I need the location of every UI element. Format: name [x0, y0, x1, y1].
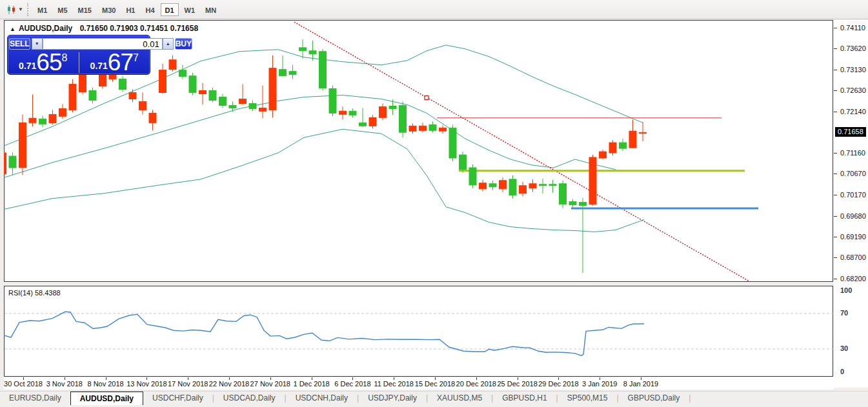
candle-body	[339, 111, 347, 114]
timeframe-button-h1[interactable]: H1	[121, 3, 139, 16]
candle-body	[359, 123, 367, 126]
timeframe-button-m1[interactable]: M1	[33, 3, 52, 16]
chart-tab-audusd[interactable]: AUDUSD,Daily	[70, 392, 143, 405]
price-tick-mark	[834, 195, 837, 195]
candle-body	[229, 105, 236, 108]
candle-body	[399, 105, 407, 132]
chart-tab-usdcad[interactable]: USDCAD,Daily	[214, 392, 285, 405]
rsi-indicator-label: RSI(14) 58.4388	[8, 289, 61, 297]
date-tick-label: 27 Nov 2018	[250, 380, 290, 388]
ohlc-values: 0.71650 0.71903 0.71451 0.71658	[80, 24, 199, 33]
date-axis[interactable]: 30 Oct 20183 Nov 20188 Nov 201813 Nov 20…	[4, 377, 834, 390]
current-price-tag: 0.71658	[835, 127, 866, 137]
candle-body	[589, 157, 596, 204]
candle-body	[429, 124, 436, 130]
candle-body	[279, 70, 287, 76]
chart-tab-sp500[interactable]: SP500,M15	[558, 392, 617, 405]
candlestick-chart-pane[interactable]: ▲AUDUSD,Daily 0.71650 0.71903 0.71451 0.…	[4, 20, 833, 282]
price-tick-mark	[834, 257, 837, 258]
timeframe-button-mn[interactable]: MN	[201, 3, 221, 16]
candle-body	[469, 168, 476, 185]
collapse-arrow-icon[interactable]: ▲	[10, 26, 15, 32]
bollinger-middle-band	[4, 95, 616, 179]
chart-tab-xauusd[interactable]: XAUUSD,M5	[428, 392, 491, 405]
sell-price[interactable]: 0.71658	[8, 51, 79, 74]
price-tick-mark	[834, 174, 837, 174]
buy-price-pip: 7	[133, 52, 139, 64]
volume-stepper: ▼ ▲	[32, 37, 174, 50]
candle-body	[629, 131, 636, 148]
date-tick-label: 3 Jan 2019	[582, 380, 617, 388]
date-tick-label: 8 Jan 2019	[623, 380, 658, 388]
toolbar-grip[interactable]	[27, 3, 28, 16]
date-tick-label: 13 Nov 2018	[126, 380, 167, 388]
price-tick-mark	[834, 112, 837, 112]
symbol-period-label: AUDUSD,Daily	[19, 24, 72, 33]
chart-tab-usdjpy[interactable]: USDJPY,Daily	[359, 392, 426, 405]
candle-body	[459, 155, 467, 170]
date-tick-label: 30 Oct 2018	[4, 380, 43, 388]
candlestick-chart-icon[interactable]: ▼	[5, 2, 25, 17]
rsi-pane[interactable]: RSI(14) 58.4388	[4, 286, 833, 377]
timeframe-buttons: M1M5M15M30H1H4D1W1MN	[32, 3, 221, 16]
buy-price[interactable]: 0.71677	[79, 51, 150, 74]
timeframe-button-d1[interactable]: D1	[161, 3, 179, 16]
candle-body	[249, 103, 256, 108]
candle-body	[39, 119, 46, 124]
descending-trendline[interactable]	[294, 22, 749, 281]
chart-tab-gbpusd[interactable]: GBPUSD,H1	[493, 392, 556, 405]
candle-body	[569, 202, 576, 205]
candle-body	[99, 75, 106, 86]
candle-body	[500, 181, 507, 189]
timeframe-button-m5[interactable]: M5	[53, 3, 72, 16]
volume-up-button[interactable]: ▲	[163, 38, 174, 50]
candle-body	[139, 101, 146, 110]
volume-down-button[interactable]: ▼	[32, 38, 43, 50]
candles-glyph	[6, 5, 17, 15]
candle-body	[540, 184, 547, 186]
timeframe-button-m30[interactable]: M30	[97, 3, 120, 16]
timeframe-button-m15[interactable]: M15	[74, 3, 96, 16]
price-axis[interactable]: 0.741100.736200.731300.726300.721400.711…	[834, 20, 868, 388]
chart-tab-usdcnh[interactable]: USDCNH,Daily	[287, 392, 357, 405]
candle-body	[9, 156, 16, 168]
candle-body	[580, 203, 587, 206]
candle-body	[199, 91, 207, 94]
price-tick-label: 0.73620	[840, 45, 866, 52]
buy-price-prefix: 0.71	[90, 61, 108, 71]
date-tick-label: 11 Dec 2018	[374, 380, 414, 388]
candle-body	[169, 60, 176, 70]
date-tick-label: 22 Nov 2018	[209, 380, 249, 388]
candle-body	[520, 186, 527, 194]
sell-price-pip: 8	[62, 52, 68, 64]
price-tick-label: 0.72630	[840, 86, 866, 94]
candle-body	[349, 111, 356, 115]
rsi-canvas[interactable]	[4, 286, 834, 378]
price-tick-mark	[834, 237, 837, 237]
price-tick-label: 0.70170	[840, 191, 866, 199]
trendline-handle[interactable]	[425, 95, 429, 99]
price-tick-label: 0.73130	[840, 66, 866, 74]
chevron-down-icon: ▼	[18, 6, 23, 12]
candle-body	[640, 132, 647, 133]
date-tick-label: 8 Nov 2018	[87, 380, 123, 388]
chart-tab-bar: EURUSD,DailyAUDUSD,DailyUSDCHF,Daily|USD…	[0, 391, 868, 405]
buy-button[interactable]: BUY	[175, 38, 192, 50]
buy-price-main: 67	[108, 52, 133, 73]
candle-body	[49, 114, 56, 123]
price-tick-label: 0.70670	[840, 170, 866, 177]
candle-body	[299, 48, 307, 51]
chart-tab-usdchf[interactable]: USDCHF,Daily	[143, 392, 212, 405]
volume-input[interactable]	[43, 38, 163, 50]
sell-button[interactable]: SELL	[9, 38, 30, 50]
timeframe-button-h4[interactable]: H4	[141, 3, 159, 16]
chart-tab-eurusd[interactable]: EURUSD,Daily	[0, 392, 70, 405]
chart-title: ▲AUDUSD,Daily 0.71650 0.71903 0.71451 0.…	[10, 24, 198, 33]
price-tick-mark	[834, 279, 837, 279]
price-tick-label: 0.74110	[840, 24, 865, 32]
sell-price-main: 65	[36, 52, 61, 73]
candle-body	[369, 117, 376, 126]
chart-tab-gbpusd[interactable]: GBPUSD,Daily	[619, 392, 689, 405]
candle-body	[159, 70, 167, 93]
timeframe-button-w1[interactable]: W1	[180, 3, 200, 16]
